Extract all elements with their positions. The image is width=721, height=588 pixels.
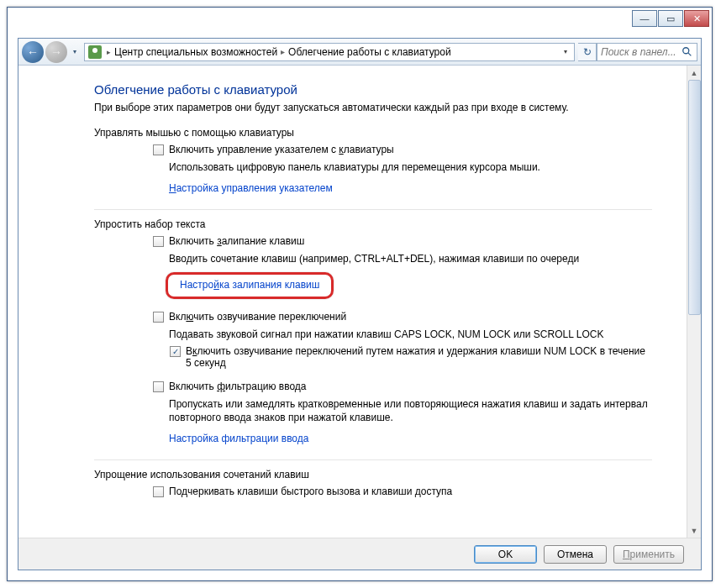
section-title: Упростить набор текста xyxy=(94,218,652,230)
titlebar-controls: — ▭ ✕ xyxy=(631,10,709,27)
link-sticky-keys-settings[interactable]: Настройка залипания клавиш xyxy=(180,279,319,291)
checkbox-label: Подчеркивать клавиши быстрого вызова и к… xyxy=(169,486,452,497)
ease-of-access-icon xyxy=(88,45,102,59)
ok-button[interactable]: OK xyxy=(474,545,537,564)
section-title: Упрощение использования сочетаний клавиш xyxy=(94,469,652,480)
breadcrumb-sep: ▸ xyxy=(107,48,111,56)
link-filter-keys-settings[interactable]: Настройка фильтрации ввода xyxy=(169,433,308,444)
link-mouse-keys-settings[interactable]: Настройка управления указателем xyxy=(169,182,333,194)
checkbox-toggle-keys[interactable] xyxy=(153,312,164,323)
navbar: ← → ▾ ▸ Центр специальных возможностей ▸… xyxy=(18,39,701,66)
breadcrumb-sep: ▸ xyxy=(281,47,285,56)
close-button[interactable]: ✕ xyxy=(684,10,709,27)
breadcrumb-item-2[interactable]: Облегчение работы с клавиатурой xyxy=(288,46,451,58)
checkbox-label: Включить озвучивание переключений путем … xyxy=(186,345,652,369)
address-bar[interactable]: ▸ Центр специальных возможностей ▸ Облег… xyxy=(84,43,575,61)
nav-forward-button[interactable]: → xyxy=(45,41,67,63)
cancel-button[interactable]: Отмена xyxy=(544,545,607,564)
search-icon xyxy=(682,46,693,58)
search-placeholder: Поиск в панел... xyxy=(601,46,676,58)
section-simplify-typing: Упростить набор текста Включить залипани… xyxy=(94,218,652,460)
maximize-button[interactable]: ▭ xyxy=(658,10,683,27)
checkbox-sticky-keys[interactable] xyxy=(153,236,164,247)
checkbox-toggle-keys-numlock[interactable] xyxy=(170,346,181,357)
breadcrumb-item-1[interactable]: Центр специальных возможностей xyxy=(114,46,277,58)
section-mouse-keys: Управлять мышью с помощью клавиатуры Вкл… xyxy=(94,127,652,210)
option-sticky-keys[interactable]: Включить залипание клавиш xyxy=(153,235,652,247)
apply-button[interactable]: Применить xyxy=(613,545,684,564)
section-title: Управлять мышью с помощью клавиатуры xyxy=(94,127,652,139)
checkbox-mouse-keys[interactable] xyxy=(153,144,164,155)
svg-line-1 xyxy=(688,52,692,55)
scrollbar[interactable]: ▲ ▼ xyxy=(687,66,701,538)
nav-history-dropdown[interactable]: ▾ xyxy=(69,41,81,63)
address-dropdown-icon[interactable]: ▾ xyxy=(560,48,571,55)
scroll-thumb[interactable] xyxy=(688,80,701,315)
option-enable-mouse-keys[interactable]: Включить управление указателем с клавиат… xyxy=(153,144,652,155)
highlighted-link: Настройка залипания клавиш xyxy=(166,272,334,299)
option-toggle-keys-numlock[interactable]: Включить озвучивание переключений путем … xyxy=(170,345,652,369)
svg-point-0 xyxy=(683,47,689,53)
nav-back-button[interactable]: ← xyxy=(22,41,44,63)
checkbox-underline-shortcuts[interactable] xyxy=(153,486,164,497)
option-description: Пропускать или замедлять кратковременные… xyxy=(169,397,652,424)
page-content: Облегчение работы с клавиатурой При выбо… xyxy=(18,66,686,538)
window-frame: ← → ▾ ▸ Центр специальных возможностей ▸… xyxy=(18,38,702,570)
scroll-up-button[interactable]: ▲ xyxy=(687,66,701,80)
window: — ▭ ✕ ← → ▾ ▸ Центр специальных возможно… xyxy=(7,7,713,581)
checkbox-label: Включить управление указателем с клавиат… xyxy=(169,144,394,155)
option-description: Использовать цифровую панель клавиатуры … xyxy=(169,160,652,174)
minimize-button[interactable]: — xyxy=(632,10,657,27)
page-title: Облегчение работы с клавиатурой xyxy=(94,82,652,97)
option-toggle-keys[interactable]: Включить озвучивание переключений xyxy=(153,311,652,323)
option-description: Вводить сочетание клавиш (например, CTRL… xyxy=(169,252,652,265)
scroll-down-button[interactable]: ▼ xyxy=(687,523,701,538)
checkbox-label: Включить фильтрацию ввода xyxy=(169,381,307,392)
checkbox-label: Включить залипание клавиш xyxy=(169,235,304,247)
option-underline-shortcuts[interactable]: Подчеркивать клавиши быстрого вызова и к… xyxy=(153,486,652,497)
dialog-footer: OK Отмена Применить xyxy=(18,538,701,570)
search-input[interactable]: Поиск в панел... xyxy=(597,43,697,61)
option-description: Подавать звуковой сигнал при нажатии кла… xyxy=(169,328,652,341)
refresh-button[interactable]: ↻ xyxy=(578,43,597,61)
page-subtitle: При выборе этих параметров они будут зап… xyxy=(94,102,652,113)
option-filter-keys[interactable]: Включить фильтрацию ввода xyxy=(153,381,652,392)
content-area: ▲ ▼ Облегчение работы с клавиатурой При … xyxy=(18,66,701,538)
section-shortcuts: Упрощение использования сочетаний клавиш… xyxy=(94,469,652,512)
checkbox-filter-keys[interactable] xyxy=(153,381,164,392)
checkbox-label: Включить озвучивание переключений xyxy=(169,311,346,323)
